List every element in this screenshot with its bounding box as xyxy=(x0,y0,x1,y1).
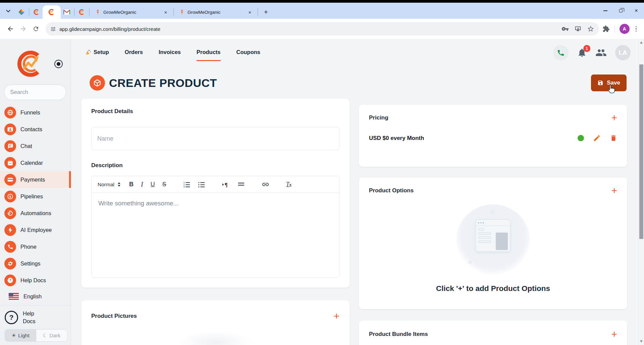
user-avatar[interactable]: LA xyxy=(615,45,631,60)
search-input[interactable] xyxy=(10,89,84,96)
sidebar-item-contacts[interactable]: Contacts xyxy=(0,121,71,138)
bold-button[interactable]: B xyxy=(129,181,133,188)
forward-button[interactable] xyxy=(17,22,30,35)
product-cube-icon xyxy=(90,75,105,91)
sidebar-item-chat[interactable]: Chat xyxy=(0,138,71,154)
new-tab-button[interactable]: + xyxy=(261,7,271,17)
sidebar-item-pipelines[interactable]: $ Pipelines xyxy=(0,188,71,205)
pinned-tab-glide2[interactable] xyxy=(77,5,87,19)
close-button[interactable]: × xyxy=(629,3,644,19)
strikethrough-button[interactable]: S xyxy=(162,181,166,188)
reload-button[interactable] xyxy=(30,22,42,35)
price-active-status-icon xyxy=(578,135,584,141)
restore-button[interactable] xyxy=(613,3,629,19)
link-button[interactable] xyxy=(262,181,269,188)
sidebar-item-label: Settings xyxy=(20,260,41,267)
browser-menu-button[interactable] xyxy=(634,25,638,33)
align-button[interactable] xyxy=(237,181,245,188)
restore-icon xyxy=(619,9,623,12)
sidebar-item-ai-employee[interactable]: AI Employee xyxy=(0,221,71,238)
dialer-button[interactable] xyxy=(553,45,569,60)
page-scrollbar[interactable] xyxy=(638,39,644,345)
browser-tab-1[interactable]: GrowMeOrganic × xyxy=(91,5,172,19)
tab-label: Setup xyxy=(94,49,109,55)
edit-pencil-icon[interactable] xyxy=(593,134,601,142)
clear-formatting-button[interactable]: Tx xyxy=(286,181,291,188)
sidebar-item-help-docs[interactable]: ? Help Docs xyxy=(0,272,71,289)
theme-light-button[interactable]: ☀ Light xyxy=(5,330,36,341)
product-pictures-heading: Product Pictures xyxy=(91,313,137,319)
delete-trash-icon[interactable] xyxy=(610,134,617,142)
theme-dark-label: Dark xyxy=(50,333,61,339)
pinned-tab-diamond[interactable] xyxy=(16,5,26,19)
sidebar-item-calendar[interactable]: Calendar xyxy=(0,154,71,171)
diamond-icon xyxy=(18,9,24,15)
text-direction-button[interactable]: ¶ xyxy=(222,181,230,188)
price-label: USD $0 every Month xyxy=(369,135,424,142)
contacts-button[interactable] xyxy=(595,47,607,58)
rocket-icon xyxy=(95,9,101,15)
bookmark-star-icon[interactable] xyxy=(587,25,594,33)
tab-label: Coupons xyxy=(236,49,261,55)
sidebar-search[interactable] xyxy=(4,85,66,100)
tab-products[interactable]: Products xyxy=(197,49,221,61)
pinned-tab-glide-active[interactable] xyxy=(43,5,61,19)
help-docs-link[interactable]: ? Help Docs xyxy=(5,310,67,325)
editor-body[interactable]: Write something awesome... xyxy=(92,193,339,214)
back-button[interactable] xyxy=(4,22,17,35)
tab-orders[interactable]: Orders xyxy=(125,49,143,60)
sidebar-item-payments[interactable]: Payments xyxy=(0,171,71,188)
moon-icon: ☾ xyxy=(43,333,48,339)
bullet-list-button[interactable] xyxy=(198,181,205,188)
sidebar-collapse-toggle[interactable] xyxy=(54,60,63,68)
password-key-icon[interactable] xyxy=(561,25,569,33)
browser-tab-2[interactable]: GrowMeOrganic × xyxy=(175,5,256,19)
tab-search-button[interactable] xyxy=(3,6,13,15)
address-bar[interactable]: app.glidecampaign.com/billing/product/cr… xyxy=(46,22,599,36)
sidebar-item-label: Funnels xyxy=(20,109,40,116)
browser-toolbar: app.glidecampaign.com/billing/product/cr… xyxy=(0,19,644,39)
language-selector[interactable]: English xyxy=(0,289,71,304)
underline-button[interactable]: U xyxy=(151,181,155,188)
tab-label: Invoices xyxy=(159,49,181,55)
sidebar-item-settings[interactable]: Settings xyxy=(0,255,71,272)
toolbar-divider xyxy=(614,25,615,33)
ordered-list-button[interactable]: 1 2 3 xyxy=(183,181,191,188)
pictures-empty-illustration xyxy=(178,331,252,345)
add-option-button[interactable]: + xyxy=(611,187,617,194)
tab-coupons[interactable]: Coupons xyxy=(236,49,261,60)
tab-close-icon[interactable]: × xyxy=(163,9,169,15)
calendar-icon xyxy=(4,157,16,169)
install-app-icon[interactable] xyxy=(574,25,582,33)
browser-window-illustration xyxy=(476,219,511,252)
tab-setup[interactable]: Setup xyxy=(86,49,109,60)
ordered-list-icon: 1 2 3 xyxy=(183,181,191,188)
page-title: CREATE PRODUCT xyxy=(109,77,217,90)
scroll-down-icon[interactable] xyxy=(640,340,643,343)
tab-invoices[interactable]: Invoices xyxy=(159,49,181,60)
tab-close-icon[interactable]: × xyxy=(247,9,253,15)
theme-dark-button[interactable]: ☾ Dark xyxy=(36,330,67,341)
sidebar-item-automations[interactable]: Automations xyxy=(0,205,71,221)
extensions-icon[interactable] xyxy=(602,25,610,33)
scrollbar-thumb[interactable] xyxy=(639,64,643,239)
tab-separator xyxy=(89,8,90,16)
add-price-button[interactable]: + xyxy=(611,114,617,121)
italic-button[interactable]: I xyxy=(141,181,143,188)
glide-logo-icon xyxy=(33,9,40,15)
notifications-button[interactable]: 1 xyxy=(577,48,587,58)
pinned-tab-glide[interactable] xyxy=(32,5,42,19)
pinned-tab-gmail[interactable] xyxy=(62,5,72,19)
scroll-up-icon[interactable] xyxy=(640,41,643,44)
add-bundle-item-button[interactable]: + xyxy=(611,331,617,338)
sidebar-item-phone[interactable]: Phone xyxy=(0,238,71,255)
back-arrow-icon xyxy=(7,25,14,33)
product-name-input[interactable] xyxy=(91,127,339,150)
product-details-card: Product Details Description Normal B I U… xyxy=(81,99,350,288)
sidebar-item-funnels[interactable]: Funnels xyxy=(0,104,71,121)
add-picture-button[interactable]: + xyxy=(333,312,339,320)
format-dropdown[interactable]: Normal xyxy=(98,182,120,188)
minimize-button[interactable] xyxy=(598,3,613,19)
browser-profile-avatar[interactable]: A xyxy=(620,24,630,34)
theme-toggle: ☀ Light ☾ Dark xyxy=(5,329,67,342)
